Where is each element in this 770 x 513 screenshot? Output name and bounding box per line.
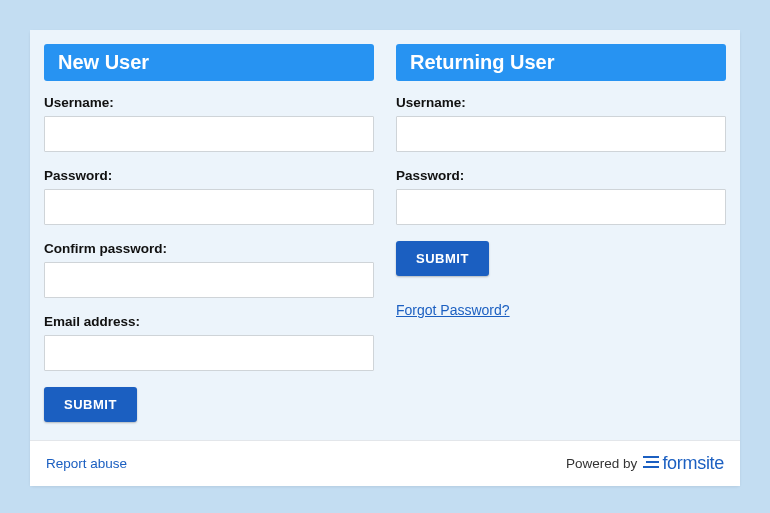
new-username-input[interactable] — [44, 116, 374, 152]
returning-password-label: Password: — [396, 168, 726, 183]
new-user-column: New User Username: Password: Confirm pas… — [44, 44, 374, 422]
new-confirm-field: Confirm password: — [44, 241, 374, 298]
form-area: New User Username: Password: Confirm pas… — [30, 30, 740, 440]
returning-password-input[interactable] — [396, 189, 726, 225]
formsite-logo[interactable]: formsite — [643, 453, 724, 474]
new-confirm-input[interactable] — [44, 262, 374, 298]
report-abuse-link[interactable]: Report abuse — [46, 456, 127, 471]
returning-user-column: Returning User Username: Password: SUBMI… — [396, 44, 726, 422]
returning-user-submit-button[interactable]: SUBMIT — [396, 241, 489, 276]
new-email-input[interactable] — [44, 335, 374, 371]
form-container: New User Username: Password: Confirm pas… — [30, 30, 740, 486]
new-username-label: Username: — [44, 95, 374, 110]
new-confirm-label: Confirm password: — [44, 241, 374, 256]
new-password-field: Password: — [44, 168, 374, 225]
new-username-field: Username: — [44, 95, 374, 152]
returning-username-field: Username: — [396, 95, 726, 152]
returning-user-header: Returning User — [396, 44, 726, 81]
new-user-submit-button[interactable]: SUBMIT — [44, 387, 137, 422]
new-user-header: New User — [44, 44, 374, 81]
returning-password-field: Password: — [396, 168, 726, 225]
powered-by: Powered by formsite — [566, 453, 724, 474]
new-password-label: Password: — [44, 168, 374, 183]
returning-username-input[interactable] — [396, 116, 726, 152]
forgot-password-link[interactable]: Forgot Password? — [396, 302, 510, 318]
new-password-input[interactable] — [44, 189, 374, 225]
formsite-name: formsite — [662, 453, 724, 474]
new-email-label: Email address: — [44, 314, 374, 329]
new-email-field: Email address: — [44, 314, 374, 371]
footer: Report abuse Powered by formsite — [30, 440, 740, 486]
returning-username-label: Username: — [396, 95, 726, 110]
powered-by-label: Powered by — [566, 456, 637, 471]
formsite-icon — [643, 455, 659, 472]
